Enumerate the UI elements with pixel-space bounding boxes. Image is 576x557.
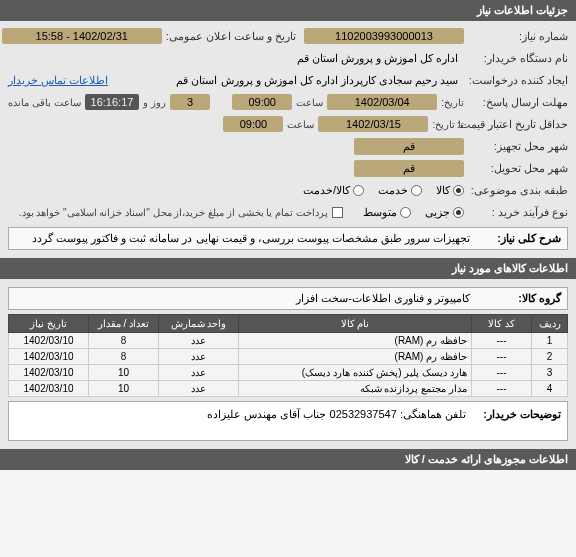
cell-name: مدار مجتمع پردازنده شبکه	[239, 381, 472, 397]
cell-code: ---	[472, 349, 532, 365]
radio-service-label: خدمت	[378, 184, 408, 197]
cell-n: 2	[532, 349, 568, 365]
label-delivery-city: شهر محل تحویل:	[468, 162, 568, 175]
cell-n: 3	[532, 365, 568, 381]
label-announce-dt: تاریخ و ساعت اعلان عمومی:	[166, 30, 296, 43]
radio-minor[interactable]: جزیی	[425, 206, 464, 219]
cell-qty: 8	[89, 333, 159, 349]
row-requester: ایجاد کننده درخواست: سید رحیم سجادی کارپ…	[4, 69, 572, 91]
buyer-contact-link[interactable]: اطلاعات تماس خریدار	[8, 74, 108, 87]
permits-header: اطلاعات مجوزهای ارائه خدمت / کالا	[0, 449, 576, 470]
label-until-date: تا تاریخ:	[432, 119, 464, 130]
items-area: گروه کالا: کامپیوتر و فناوری اطلاعات-سخت…	[0, 279, 576, 449]
col-name: نام کالا	[239, 315, 472, 333]
row-need-no: شماره نیاز: 1102003993000013 تاریخ و ساع…	[4, 25, 572, 47]
items-table: ردیف کد کالا نام کالا واحد شمارش تعداد /…	[8, 314, 568, 397]
purchase-type-radios: جزیی متوسط	[363, 206, 464, 219]
value-subject-city: قم	[354, 138, 464, 155]
label-price-valid: حداقل تاریخ اعتبار قیمت:	[468, 118, 568, 130]
items-header: اطلاعات کالاهای مورد نیاز	[0, 258, 576, 279]
radio-goods-service-label: کالا/خدمت	[303, 184, 350, 197]
table-row: 2---حافظه رم (RAM)عدد81402/03/10	[9, 349, 568, 365]
value-remain-days: 3	[170, 94, 210, 110]
value-goods-group: کامپیوتر و فناوری اطلاعات-سخت افزار	[296, 292, 470, 305]
treasury-checkbox[interactable]	[332, 207, 343, 218]
col-unit: واحد شمارش	[159, 315, 239, 333]
radio-goods-service[interactable]: کالا/خدمت	[303, 184, 364, 197]
value-price-valid-time: 09:00	[223, 116, 283, 132]
label-date: تاریخ:	[441, 97, 464, 108]
table-header-row: ردیف کد کالا نام کالا واحد شمارش تعداد /…	[9, 315, 568, 333]
cell-date: 1402/03/10	[9, 333, 89, 349]
col-code: کد کالا	[472, 315, 532, 333]
value-buyer-notes: تلفن هماهنگی: 02532937547 جناب آقای مهند…	[9, 402, 472, 440]
radio-minor-input[interactable]	[453, 207, 464, 218]
label-remaining: ساعت باقی مانده	[8, 97, 81, 108]
value-reply-time: 09:00	[232, 94, 292, 110]
row-buyer-org: نام دستگاه خریدار: اداره کل اموزش و پرور…	[4, 47, 572, 69]
row-reply-deadline: مهلت ارسال پاسخ: تاریخ: 1402/03/04 ساعت …	[4, 91, 572, 113]
cell-name: هارد دیسک پلیر (پخش کننده هارد دیسک)	[239, 365, 472, 381]
payment-note: پرداخت تمام یا بخشی از مبلغ خرید،از محل …	[19, 207, 328, 218]
cell-date: 1402/03/10	[9, 381, 89, 397]
goods-group-box: گروه کالا: کامپیوتر و فناوری اطلاعات-سخت…	[8, 287, 568, 310]
value-price-valid-date: 1402/03/15	[318, 116, 428, 132]
value-need-desc: تجهیزات سرور طبق مشخصات پیوست بررسی، و ق…	[32, 232, 470, 245]
details-header: جزئیات اطلاعات نیاز	[0, 0, 576, 21]
label-buyer-org: نام دستگاه خریدار:	[468, 52, 568, 65]
cell-code: ---	[472, 333, 532, 349]
label-buyer-notes: توضیحات خریدار:	[472, 402, 567, 440]
label-goods-group: گروه کالا:	[476, 292, 561, 305]
cell-n: 4	[532, 381, 568, 397]
col-qty: تعداد / مقدار	[89, 315, 159, 333]
label-time-2: ساعت	[287, 119, 314, 130]
value-reply-date: 1402/03/04	[327, 94, 437, 110]
classification-radios: کالا خدمت کالا/خدمت	[303, 184, 464, 197]
cell-date: 1402/03/10	[9, 349, 89, 365]
cell-unit: عدد	[159, 333, 239, 349]
table-row: 3---هارد دیسک پلیر (پخش کننده هارد دیسک)…	[9, 365, 568, 381]
col-date: تاریخ نیاز	[9, 315, 89, 333]
radio-medium[interactable]: متوسط	[363, 206, 411, 219]
cell-name: حافظه رم (RAM)	[239, 333, 472, 349]
row-price-valid: حداقل تاریخ اعتبار قیمت: تا تاریخ: 1402/…	[4, 113, 572, 135]
label-time-1: ساعت	[296, 97, 323, 108]
radio-medium-label: متوسط	[363, 206, 397, 219]
value-remain-time: 16:16:17	[85, 94, 140, 110]
row-subject-city: شهر محل تجهیز: قم	[4, 135, 572, 157]
radio-medium-input[interactable]	[400, 207, 411, 218]
label-classification: طبقه بندی موضوعی:	[468, 184, 568, 197]
radio-goods-label: کالا	[436, 184, 450, 197]
value-delivery-city: قم	[354, 160, 464, 177]
row-classification: طبقه بندی موضوعی: کالا خدمت کالا/خدمت	[4, 179, 572, 201]
buyer-notes-box: توضیحات خریدار: تلفن هماهنگی: 0253293754…	[8, 401, 568, 441]
cell-unit: عدد	[159, 381, 239, 397]
radio-service[interactable]: خدمت	[378, 184, 422, 197]
radio-goods[interactable]: کالا	[436, 184, 464, 197]
label-reply-deadline: مهلت ارسال پاسخ:	[468, 96, 568, 109]
cell-name: حافظه رم (RAM)	[239, 349, 472, 365]
radio-goods-input[interactable]	[453, 185, 464, 196]
label-day-and: روز و	[143, 97, 166, 108]
row-delivery-city: شهر محل تحویل: قم	[4, 157, 572, 179]
cell-qty: 10	[89, 381, 159, 397]
radio-minor-label: جزیی	[425, 206, 450, 219]
radio-service-input[interactable]	[411, 185, 422, 196]
label-purchase-type: نوع فرآیند خرید :	[468, 206, 568, 219]
table-row: 4---مدار مجتمع پردازنده شبکهعدد101402/03…	[9, 381, 568, 397]
label-subject-city: شهر محل تجهیز:	[468, 140, 568, 153]
cell-code: ---	[472, 381, 532, 397]
cell-code: ---	[472, 365, 532, 381]
col-row: ردیف	[532, 315, 568, 333]
value-announce-dt: 1402/02/31 - 15:58	[2, 28, 162, 44]
cell-qty: 8	[89, 349, 159, 365]
cell-unit: عدد	[159, 349, 239, 365]
label-need-no: شماره نیاز:	[468, 30, 568, 43]
details-form: شماره نیاز: 1102003993000013 تاریخ و ساع…	[0, 21, 576, 258]
radio-goods-service-input[interactable]	[353, 185, 364, 196]
row-purchase-type: نوع فرآیند خرید : جزیی متوسط پرداخت تمام…	[4, 201, 572, 223]
need-desc-box: شرح کلی نیاز: تجهیزات سرور طبق مشخصات پی…	[8, 227, 568, 250]
cell-qty: 10	[89, 365, 159, 381]
value-buyer-org: اداره کل اموزش و پرورش استان قم	[291, 50, 464, 67]
table-row: 1---حافظه رم (RAM)عدد81402/03/10	[9, 333, 568, 349]
